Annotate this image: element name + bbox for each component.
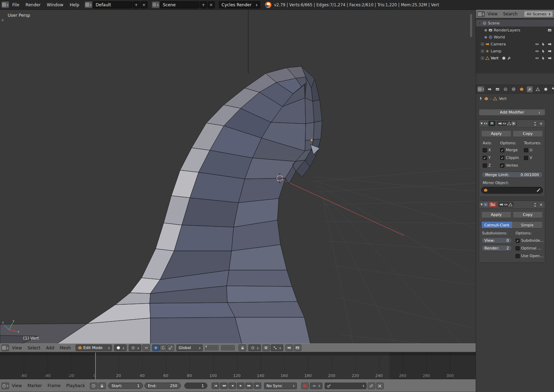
pivot-align-toggle[interactable]	[142, 344, 150, 351]
outliner-menu-view[interactable]: View	[485, 12, 500, 16]
mirror-apply-button[interactable]: Apply	[481, 130, 511, 137]
texture-u-checkbox[interactable]: U	[524, 148, 532, 152]
region-expand-icon[interactable]: +	[1, 17, 5, 23]
lock-scene-toggle[interactable]	[239, 344, 246, 351]
jump-next-keyframe-button[interactable]: ▶▶	[245, 383, 253, 389]
play-button[interactable]: ▶	[237, 383, 244, 389]
mirror-modifier-name-field[interactable]: M	[489, 121, 495, 126]
layer-toggle[interactable]	[208, 345, 210, 348]
move-up-button[interactable]: ▲	[533, 121, 538, 123]
tab-render[interactable]	[486, 86, 492, 92]
current-frame-field[interactable]: 1	[184, 383, 207, 389]
use-opensubdiv-checkbox[interactable]: Use Open...	[516, 254, 544, 258]
transform-orientation-dropdown[interactable]: Global▲▼	[176, 344, 203, 351]
frame-end-field[interactable]: End:250	[144, 383, 181, 389]
menu-file[interactable]: File	[9, 2, 22, 7]
subsurf-copy-button[interactable]: Copy	[513, 211, 543, 218]
visibility-eye-icon[interactable]	[535, 49, 539, 53]
layer-toggle[interactable]	[224, 345, 226, 348]
tab-modifiers[interactable]	[527, 86, 533, 92]
manipulator-rotate-button[interactable]	[159, 344, 167, 351]
outliner-menu-search[interactable]: Search	[500, 12, 520, 16]
scene-field[interactable]: Scene	[160, 1, 199, 8]
auto-keying-mode-dropdown[interactable]: ▲▼	[310, 383, 322, 389]
editor-type-outliner-button[interactable]: ▲▼	[477, 11, 485, 17]
layer-toggle[interactable]	[211, 345, 213, 348]
insert-keyframe-button[interactable]	[368, 383, 375, 389]
proportional-edit-dropdown[interactable]: ▲▼	[248, 344, 261, 351]
subsurf-modifier-header[interactable]: ▼ Su ▲▼ ×	[479, 201, 545, 209]
viewport-3d[interactable]: User Persp (1) Vert x y z +	[0, 10, 476, 343]
viewport-toggle-icon[interactable]	[503, 122, 506, 125]
catmull-clark-button[interactable]: Catmull-Clark	[482, 222, 512, 228]
renderability-camera-icon[interactable]	[548, 42, 552, 46]
mirror-z-checkbox[interactable]: Z	[483, 163, 491, 168]
manipulator-translate-button[interactable]	[152, 344, 159, 351]
current-frame-playhead[interactable]	[95, 353, 96, 379]
layer-toggle[interactable]	[229, 345, 232, 348]
editor-type-info-button[interactable]: ▲▼	[1, 1, 9, 8]
layer-toggle[interactable]	[221, 348, 223, 350]
selectability-cursor-icon[interactable]	[541, 42, 545, 46]
manipulator-scale-button[interactable]	[167, 344, 174, 351]
selectability-cursor-icon[interactable]	[541, 56, 545, 60]
optimal-display-checkbox[interactable]: Optimal ...	[516, 246, 541, 251]
view-subdivisions-field[interactable]: View: 0	[481, 237, 512, 244]
menu-playback[interactable]: Playback	[63, 383, 88, 388]
layer-toggle[interactable]	[213, 345, 216, 348]
outliner-row-lamp[interactable]: + Lamp	[476, 48, 554, 55]
opengl-render-image-button[interactable]	[285, 344, 293, 351]
layer-toggle[interactable]	[232, 345, 235, 348]
mode-dropdown[interactable]: Edit Mode▲▼	[76, 344, 112, 351]
outliner-row-scene[interactable]: − Scene	[476, 20, 554, 27]
mirror-object-field[interactable]	[481, 187, 543, 194]
add-scene-button[interactable]: +	[200, 1, 207, 8]
tab-object-data[interactable]	[535, 86, 541, 92]
texture-v-checkbox[interactable]: V	[524, 155, 532, 160]
simple-button[interactable]: Simple	[512, 222, 542, 228]
visibility-eye-icon[interactable]	[535, 56, 539, 60]
pivot-dropdown[interactable]: ▲▼	[129, 344, 141, 351]
preview-range-toggle[interactable]	[90, 383, 98, 389]
render-engine-dropdown[interactable]: Cycles Render▲▼	[219, 1, 260, 8]
tab-world[interactable]	[511, 86, 517, 92]
collapse-icon[interactable]: −	[478, 22, 481, 25]
cage-toggle-icon[interactable]	[512, 122, 516, 125]
opengl-render-anim-button[interactable]	[294, 344, 301, 351]
jump-to-end-button[interactable]: ▶|	[254, 383, 261, 389]
mirror-y-checkbox[interactable]: Y	[483, 155, 491, 160]
menu-add[interactable]: Add	[43, 346, 57, 350]
delete-modifier-button[interactable]: ×	[539, 202, 544, 207]
layer-toggle[interactable]	[227, 345, 229, 348]
menu-help[interactable]: Help	[66, 2, 82, 7]
sync-mode-dropdown[interactable]: No Sync▲▼	[264, 383, 297, 389]
snap-magnet-toggle[interactable]	[262, 344, 270, 351]
outliner-row-world[interactable]: ● World	[476, 34, 554, 41]
mirror-copy-button[interactable]: Copy	[513, 130, 543, 137]
outliner-display-mode-dropdown[interactable]: All Scenes▲▼	[524, 11, 553, 17]
screen-layout-browse-button[interactable]: ▲▼	[85, 1, 92, 8]
timeline-ruler[interactable]: -60-40-200204060801001201401601802002202…	[0, 352, 476, 379]
viewport-toggle-icon[interactable]	[504, 203, 508, 206]
subsurf-modifier-name-field[interactable]: Su	[489, 202, 497, 207]
layer-toggle[interactable]	[224, 348, 226, 350]
outliner-row-renderlayers[interactable]: ● RenderLayers	[476, 27, 554, 34]
snap-element-dropdown[interactable]: ▲▼	[271, 344, 283, 351]
menu-marker[interactable]: Marker	[24, 383, 44, 388]
visibility-eye-icon[interactable]	[535, 42, 539, 46]
collapse-arrow-icon[interactable]: ▼	[481, 122, 483, 125]
move-down-button[interactable]: ▼	[533, 205, 538, 207]
outliner-row-camera[interactable]: + Camera	[476, 41, 554, 48]
scene-browse-button[interactable]: ▲▼	[152, 1, 159, 8]
move-down-button[interactable]: ▼	[533, 124, 538, 126]
layer-toggle[interactable]	[227, 348, 229, 350]
tab-texture[interactable]	[551, 86, 554, 92]
editor-type-3d-button[interactable]: ▲▼	[1, 344, 9, 351]
layer-toggle[interactable]	[216, 345, 219, 348]
menu-window[interactable]: Window	[44, 2, 66, 7]
menu-render[interactable]: Render	[22, 2, 44, 7]
subdivide-uvs-checkbox[interactable]: Subdivide...	[516, 238, 544, 243]
layer-toggle[interactable]	[208, 348, 210, 350]
delete-scene-button[interactable]: ×	[208, 1, 215, 8]
merge-checkbox[interactable]: Merge	[500, 148, 518, 152]
